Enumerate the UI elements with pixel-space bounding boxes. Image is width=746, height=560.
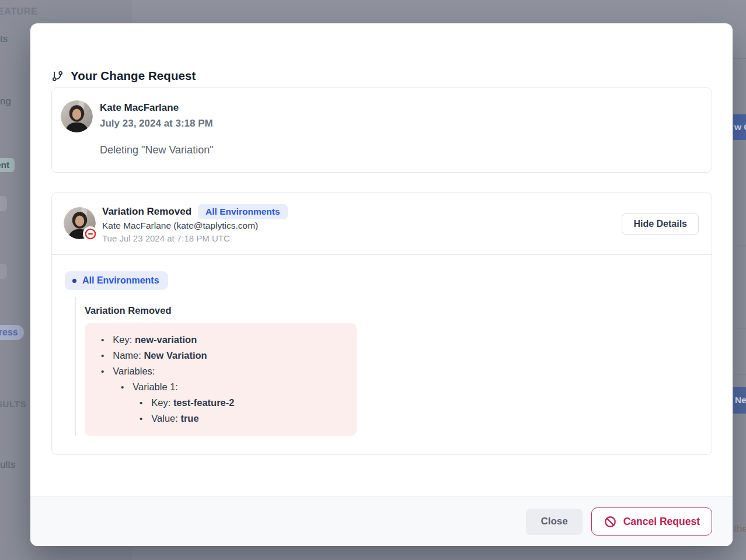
background-text-fragment: the: [734, 523, 746, 535]
change-request-modal: Your Change Request Kate MacFarlane July…: [30, 23, 733, 546]
detail-list-item: •Variable 1:: [92, 379, 345, 395]
avatar-with-badge: [64, 207, 96, 239]
environment-dot-icon: [72, 279, 76, 283]
request-timestamp: July 23, 2024 at 3:18 PM: [100, 118, 213, 130]
background-nav-item: ults: [0, 459, 15, 471]
change-card-details: All Environments Variation Removed •Key:…: [52, 255, 712, 454]
background-section-label: EATURE: [0, 6, 37, 17]
background-divider: [733, 246, 746, 246]
user-avatar: [61, 100, 93, 132]
change-timestamp: Tue Jul 23 2024 at 7:18 PM UTC: [102, 233, 230, 243]
environment-pill: All Environments: [65, 271, 168, 290]
change-section-title: Variation Removed: [85, 305, 357, 316]
modal-footer: Close Cancel Request: [30, 496, 733, 546]
background-divider: [733, 58, 746, 59]
prohibition-icon: [604, 515, 617, 528]
background-block: [0, 264, 7, 279]
hide-details-button[interactable]: Hide Details: [622, 213, 699, 235]
cancel-request-button[interactable]: Cancel Request: [591, 508, 712, 536]
detail-list-item: •Name: New Variation: [92, 348, 345, 363]
background-env-badge-fragment: ent: [0, 158, 15, 172]
change-title: Variation Removed: [102, 206, 191, 218]
background-block: [0, 196, 7, 211]
detail-list-item: •Value: true: [92, 411, 345, 426]
modal-title: Your Change Request: [71, 69, 196, 83]
request-message: Deleting "New Variation": [100, 144, 214, 156]
environment-pill-label: All Environments: [82, 275, 159, 286]
change-detail-card: Variation Removed All Environments Kate …: [51, 192, 712, 455]
detail-list-item: •Variables:: [92, 363, 345, 379]
change-author: Kate MacFarlane (kate@taplytics.com): [102, 220, 258, 231]
background-progress-badge-fragment: gress: [0, 325, 24, 340]
request-author-name: Kate MacFarlane: [100, 102, 179, 114]
background-new-change-button-fragment: w C: [733, 114, 746, 140]
removed-variation-diff-box: •Key: new-variation•Name: New Variation•…: [85, 323, 357, 436]
background-nav-item: ng: [0, 96, 11, 107]
detail-list-item: •Key: test-feature-2: [92, 395, 345, 411]
git-branch-icon: [51, 70, 64, 82]
change-card-header: Variation Removed All Environments Kate …: [52, 193, 712, 255]
environment-badge: All Environments: [198, 204, 287, 219]
background-new-button-fragment: Ne: [733, 387, 746, 414]
close-button[interactable]: Close: [526, 509, 582, 535]
background-divider: [733, 374, 746, 374]
minus-circle-icon: [83, 226, 98, 242]
change-indent-block: Variation Removed •Key: new-variation•Na…: [75, 297, 357, 436]
background-divider: [733, 328, 746, 328]
cancel-request-label: Cancel Request: [623, 516, 700, 528]
detail-list-item: •Key: new-variation: [92, 332, 345, 348]
detail-list: •Key: new-variation•Name: New Variation•…: [92, 332, 345, 426]
request-summary-card: Kate MacFarlane July 23, 2024 at 3:18 PM…: [51, 88, 712, 173]
modal-header: Your Change Request: [51, 69, 196, 83]
background-nav-item: ts: [0, 33, 8, 45]
background-results-label: SULTS: [0, 399, 26, 409]
